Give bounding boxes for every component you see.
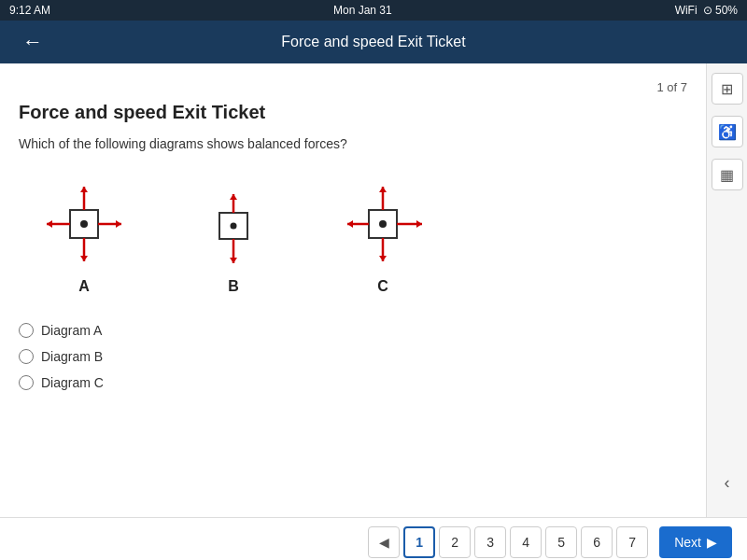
quiz-title: Force and speed Exit Ticket (19, 102, 687, 123)
collapse-icon: ‹ (725, 473, 730, 493)
svg-point-11 (231, 223, 237, 230)
pagination-bar: ◀ 1 2 3 4 5 6 7 Next ▶ (0, 517, 747, 560)
diagram-b: B (187, 177, 280, 295)
wifi-icon: WiFi (675, 4, 698, 17)
option-c[interactable]: Diagram C (19, 375, 687, 390)
diagram-c-label: C (377, 278, 388, 295)
svg-marker-21 (416, 220, 422, 228)
accessibility-icon: ♿ (718, 123, 737, 141)
page-7-button[interactable]: 7 (616, 526, 648, 558)
next-label: Next (674, 535, 701, 550)
option-b-label[interactable]: Diagram B (41, 349, 103, 364)
svg-point-17 (379, 220, 387, 228)
nav-title: Force and speed Exit Ticket (281, 34, 465, 50)
svg-marker-5 (116, 220, 121, 228)
collapse-btn[interactable]: ‹ (712, 467, 743, 498)
next-button[interactable]: Next ▶ (659, 526, 732, 558)
option-a-label[interactable]: Diagram A (41, 323, 102, 338)
grid-icon-btn[interactable]: ⊞ (712, 73, 743, 105)
battery-icon: ⊙ 50% (703, 4, 738, 17)
svg-marker-23 (379, 187, 387, 192)
diagram-a-svg (37, 177, 131, 271)
grid-icon: ⊞ (721, 80, 733, 98)
page-6-button[interactable]: 6 (581, 526, 613, 558)
svg-marker-25 (379, 256, 387, 261)
option-a[interactable]: Diagram A (19, 323, 687, 338)
svg-marker-9 (80, 256, 88, 261)
accessibility-btn[interactable]: ♿ (712, 116, 743, 147)
svg-marker-15 (230, 258, 237, 263)
page-counter: 1 of 7 (19, 80, 687, 94)
back-icon: ← (22, 30, 43, 53)
options-list: Diagram A Diagram B Diagram C (19, 323, 687, 390)
prev-page-button[interactable]: ◀ (368, 526, 400, 558)
radio-a[interactable] (19, 323, 34, 338)
next-icon: ▶ (707, 535, 717, 550)
diagrams-container: A B (19, 168, 687, 304)
svg-marker-7 (80, 187, 88, 192)
svg-point-1 (80, 220, 88, 228)
calculator-btn[interactable]: ▦ (712, 159, 743, 190)
back-button[interactable]: ← (15, 30, 50, 54)
option-c-label[interactable]: Diagram C (41, 375, 104, 390)
page-1-button[interactable]: 1 (403, 526, 435, 558)
page-5-button[interactable]: 5 (545, 526, 577, 558)
diagram-c: C (336, 177, 430, 295)
status-bar: 9:12 AM Mon Jan 31 WiFi ⊙ 50% (0, 0, 747, 21)
right-sidebar: ⊞ ♿ ▦ ‹ (706, 63, 747, 517)
page-2-button[interactable]: 2 (439, 526, 471, 558)
page-3-button[interactable]: 3 (474, 526, 506, 558)
svg-marker-19 (347, 220, 353, 228)
svg-marker-3 (47, 220, 52, 228)
content-area: 1 of 7 Force and speed Exit Ticket Which… (0, 63, 706, 517)
diagram-c-svg (336, 177, 430, 271)
option-b[interactable]: Diagram B (19, 349, 687, 364)
question-text: Which of the following diagrams shows ba… (19, 136, 687, 151)
diagram-b-label: B (228, 278, 239, 295)
status-date: Mon Jan 31 (333, 4, 392, 17)
diagram-a: A (37, 177, 131, 295)
main-content: 1 of 7 Force and speed Exit Ticket Which… (0, 63, 747, 517)
nav-bar: ← Force and speed Exit Ticket (0, 21, 747, 63)
status-time: 9:12 AM (9, 4, 50, 17)
calculator-icon: ▦ (720, 166, 734, 184)
radio-b[interactable] (19, 349, 34, 364)
radio-c[interactable] (19, 375, 34, 390)
diagram-a-label: A (78, 278, 90, 295)
diagram-b-svg (187, 177, 280, 271)
svg-marker-13 (230, 194, 237, 200)
page-4-button[interactable]: 4 (510, 526, 542, 558)
